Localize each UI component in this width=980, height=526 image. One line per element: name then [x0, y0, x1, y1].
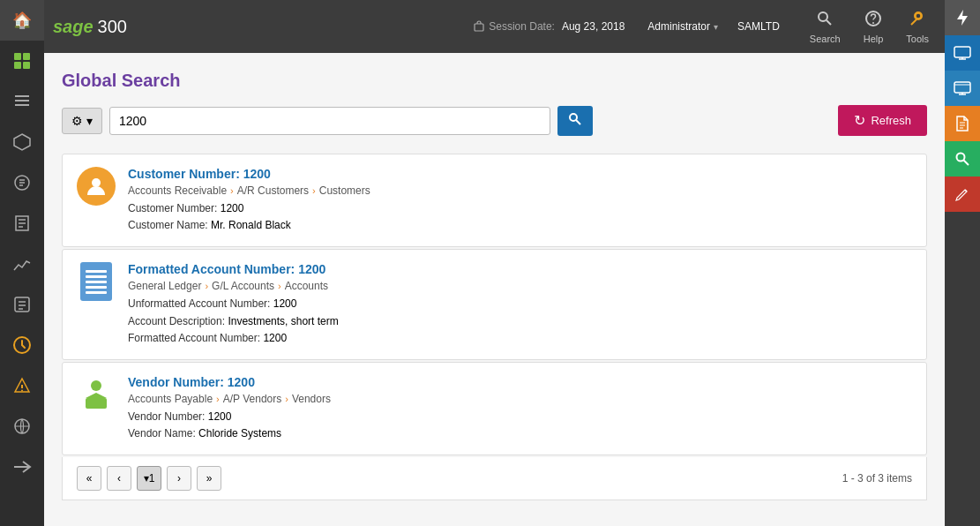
svg-point-24 — [957, 154, 965, 162]
tools-label: Tools — [906, 34, 929, 44]
sidebar-item-home[interactable]: 🏠 — [0, 0, 44, 41]
page-count: 1 - 3 of 3 items — [842, 472, 912, 485]
svg-rect-3 — [23, 62, 30, 69]
breadcrumb-gl-accounts: G/L Accounts — [212, 280, 274, 292]
account-document-icon — [80, 262, 112, 301]
vendor-breadcrumb: Accounts Payable › A/P Vendors › Vendors — [128, 393, 912, 405]
search-header-icon — [816, 10, 834, 32]
sidebar-item-inventory[interactable] — [0, 122, 44, 162]
sidebar-item-expand[interactable] — [0, 447, 44, 487]
tools-btn[interactable]: Tools — [899, 6, 936, 48]
prev-page-icon: ‹ — [117, 472, 121, 485]
customer-breadcrumb: Accounts Receivable › A/R Customers › Cu… — [128, 184, 912, 197]
svg-point-8 — [21, 390, 23, 392]
svg-point-14 — [872, 22, 874, 24]
right-tool-screen1[interactable] — [945, 35, 980, 71]
result-card-account: Formatted Account Number: 1200 General L… — [62, 249, 927, 360]
breadcrumb-ar: Accounts Receivable — [128, 184, 227, 197]
username: Administrator — [647, 20, 710, 33]
right-tool-document[interactable] — [945, 106, 980, 141]
prev-page-btn[interactable]: ‹ — [107, 466, 131, 491]
dropdown-arrow: ▾ — [714, 22, 718, 32]
next-page-btn[interactable]: › — [167, 466, 191, 491]
svg-rect-22 — [954, 47, 970, 57]
session-label: Session Date: — [489, 20, 555, 33]
next-page-icon: › — [177, 472, 181, 485]
right-tool-flash[interactable] — [945, 0, 980, 35]
svg-rect-23 — [954, 82, 970, 93]
gear-button[interactable]: ⚙ ▾ — [62, 108, 102, 134]
customer-details: Customer Number: 1200 Customer Name: Mr.… — [128, 200, 912, 234]
account-breadcrumb: General Ledger › G/L Accounts › Accounts — [128, 280, 912, 292]
customer-result-title[interactable]: Customer Number: 1200 — [128, 167, 912, 181]
left-sidebar: 🏠 — [0, 0, 44, 526]
help-label: Help — [864, 34, 884, 44]
account-result-body: Formatted Account Number: 1200 General L… — [128, 262, 912, 347]
result-card-customer: Customer Number: 1200 Accounts Receivabl… — [62, 154, 927, 247]
refresh-icon: ↻ — [854, 112, 865, 129]
sidebar-item-ledger[interactable] — [0, 203, 44, 244]
svg-line-12 — [827, 20, 831, 25]
right-tool-edit[interactable] — [945, 177, 980, 212]
svg-rect-0 — [14, 53, 21, 60]
breadcrumb-arrow-5: › — [216, 394, 220, 404]
main-content: Global Search ⚙ ▾ ↻ Refresh — [44, 53, 945, 526]
breadcrumb-gl: General Ledger — [128, 280, 201, 292]
customer-icon — [77, 167, 116, 206]
right-tool-screen2[interactable] — [945, 71, 980, 106]
session-date: Aug 23, 2018 — [562, 20, 625, 33]
first-page-icon: « — [86, 472, 93, 485]
search-button[interactable] — [557, 106, 593, 136]
svg-line-25 — [964, 161, 969, 166]
current-page-btn[interactable]: ▾1 — [137, 466, 161, 491]
refresh-button[interactable]: ↻ Refresh — [838, 105, 927, 136]
breadcrumb-vendors: Vendors — [292, 393, 331, 405]
breadcrumb-ap: Accounts Payable — [128, 393, 213, 405]
top-header: sage 300 Session Date: Aug 23, 2018 Admi… — [44, 0, 945, 53]
vendor-details: Vendor Number: 1200 Vendor Name: Chlorid… — [128, 409, 912, 442]
sidebar-item-dashboard[interactable] — [0, 41, 44, 81]
gear-dropdown-arrow: ▾ — [86, 114, 93, 128]
last-page-icon: » — [206, 472, 213, 485]
svg-point-11 — [819, 12, 827, 21]
search-input[interactable] — [109, 107, 550, 135]
customer-result-body: Customer Number: 1200 Accounts Receivabl… — [128, 167, 912, 234]
svg-point-15 — [916, 13, 921, 19]
right-tool-find[interactable] — [945, 141, 980, 177]
account-icon — [77, 262, 116, 301]
tools-icon — [909, 10, 926, 32]
account-result-title[interactable]: Formatted Account Number: 1200 — [128, 262, 912, 276]
search-bar: ⚙ ▾ ↻ Refresh — [62, 105, 927, 136]
sidebar-item-pricing[interactable] — [0, 162, 44, 203]
session-info: Session Date: Aug 23, 2018 — [473, 20, 625, 33]
right-toolbar — [945, 0, 980, 526]
company-info: SAMLTD — [737, 20, 780, 33]
last-page-btn[interactable]: » — [197, 466, 221, 491]
svg-rect-2 — [14, 62, 21, 69]
sidebar-item-orders[interactable] — [0, 81, 44, 122]
sidebar-item-alerts[interactable] — [0, 365, 44, 406]
svg-rect-1 — [23, 53, 30, 60]
search-header-label: Search — [810, 34, 841, 44]
page-number: ▾1 — [144, 472, 155, 485]
logo-sage: sage — [53, 17, 94, 37]
breadcrumb-arrow-3: › — [205, 281, 208, 291]
search-header-btn[interactable]: Search — [803, 6, 848, 48]
sidebar-item-tasks[interactable] — [0, 325, 44, 365]
sidebar-item-journal[interactable] — [0, 284, 44, 325]
breadcrumb-ap-vendors: A/P Vendors — [223, 393, 282, 405]
sidebar-item-web[interactable] — [0, 406, 44, 447]
breadcrumb-customers: Customers — [319, 184, 370, 197]
breadcrumb-ar-customers: A/R Customers — [237, 184, 309, 197]
sidebar-item-reports[interactable] — [0, 244, 44, 284]
help-icon — [864, 10, 882, 32]
user-info[interactable]: Administrator ▾ — [647, 20, 718, 33]
first-page-btn[interactable]: « — [77, 466, 101, 491]
breadcrumb-arrow-1: › — [230, 185, 234, 196]
breadcrumb-arrow-4: › — [278, 281, 281, 291]
vendor-result-title[interactable]: Vendor Number: 1200 — [128, 375, 912, 389]
logo: sage 300 — [53, 17, 127, 37]
page-title: Global Search — [62, 71, 927, 91]
help-btn[interactable]: Help — [857, 6, 891, 48]
vendor-svg-icon — [77, 375, 116, 414]
